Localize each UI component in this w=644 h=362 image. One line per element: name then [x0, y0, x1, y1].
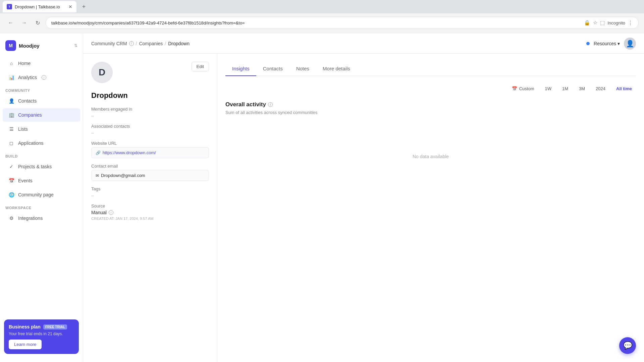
- breadcrumb: Community CRM i / Companies / Dropdown: [91, 41, 190, 46]
- sidebar-item-community-page[interactable]: 🌐 Community page: [3, 188, 80, 201]
- chat-button[interactable]: 💬: [619, 337, 636, 354]
- resources-label: Resources: [594, 41, 616, 46]
- resources-chevron-icon: ▾: [618, 41, 620, 46]
- tab-more-details[interactable]: More details: [316, 62, 357, 76]
- link-icon: 🔗: [96, 150, 101, 155]
- content-area: D Edit Dropdown Members engaged in – Ass…: [83, 54, 644, 362]
- breadcrumb-community-crm[interactable]: Community CRM: [91, 41, 127, 46]
- company-avatar: D: [91, 62, 113, 83]
- time-filter-all-time[interactable]: All time: [612, 84, 636, 93]
- eye-slash-icon: 🔒: [584, 20, 590, 26]
- browser-nav: ← → ↻ talkbase.io/w/moodjoy/crm/companie…: [0, 13, 644, 32]
- chat-icon: 💬: [623, 341, 632, 350]
- sidebar-item-companies-label: Companies: [18, 112, 42, 118]
- website-url: https://www.dropdown.com/: [103, 150, 156, 155]
- company-panel: D Edit Dropdown Members engaged in – Ass…: [83, 54, 217, 362]
- time-filter-1m[interactable]: 1M: [558, 84, 572, 93]
- projects-icon: ✓: [8, 163, 15, 170]
- avatar-image: 👤: [626, 40, 634, 48]
- sidebar-item-lists[interactable]: ☰ Lists: [3, 122, 80, 136]
- sidebar-item-lists-label: Lists: [18, 126, 28, 132]
- browser-titlebar: T Dropdown | Talkbase.io ✕ +: [0, 0, 644, 13]
- workspace-chevron-icon[interactable]: ⇅: [74, 43, 77, 48]
- insights-panel: Insights Contacts Notes More details 📅 C…: [217, 54, 644, 362]
- address-bar[interactable]: talkbase.io/w/moodjoy/crm/companies/a637…: [46, 17, 639, 29]
- email-value: Dropdown@gmail.com: [101, 173, 145, 178]
- associated-label: Associated contacts: [91, 124, 209, 129]
- sidebar-item-analytics-label: Analytics: [18, 75, 37, 80]
- sidebar-item-integrations[interactable]: ⚙ Integrations: [3, 212, 80, 225]
- address-bar-icons: 🔒 ☆ ⬚ Incognito ⋮: [584, 20, 633, 26]
- trial-banner: Business plan FREE TRIAL Your free trial…: [4, 319, 79, 354]
- breadcrumb-sep-1: /: [136, 41, 137, 46]
- new-tab-button[interactable]: +: [79, 2, 89, 11]
- breadcrumb-current: Dropdown: [168, 41, 190, 46]
- tab-notes[interactable]: Notes: [289, 62, 316, 76]
- sidebar-item-contacts-label: Contacts: [18, 98, 37, 104]
- trial-title: Business plan FREE TRIAL: [9, 324, 74, 329]
- email-box[interactable]: ✉ Dropdown@gmail.com: [91, 170, 209, 181]
- sidebar-item-home[interactable]: ⌂ Home: [3, 57, 80, 70]
- home-icon: ⌂: [8, 60, 15, 67]
- sidebar-item-projects[interactable]: ✓ Projects & tasks: [3, 160, 80, 173]
- more-icon[interactable]: ⋮: [628, 20, 633, 26]
- tabs: Insights Contacts Notes More details: [225, 62, 636, 76]
- associated-value: –: [91, 130, 209, 135]
- forward-button[interactable]: →: [19, 17, 30, 28]
- profile-icon[interactable]: Incognito: [607, 20, 625, 25]
- analytics-icon: 📊: [8, 74, 15, 81]
- email-label: Contact email: [91, 164, 209, 169]
- time-filters: 📅 Custom 1W 1M 3M 2024 All time: [225, 84, 636, 93]
- learn-more-button[interactable]: Learn more: [9, 340, 42, 349]
- user-avatar[interactable]: 👤: [624, 38, 636, 50]
- overall-activity-subtitle: Sum of all activities across synced comm…: [225, 110, 636, 115]
- created-at: CREATED AT: JAN 17, 2024, 9:57 AM: [91, 217, 209, 221]
- sidebar-logo: M Moodjoy ⇅: [0, 38, 83, 56]
- source-info-icon: i: [109, 210, 113, 215]
- split-icon[interactable]: ⬚: [600, 20, 605, 26]
- tags-value: –: [91, 193, 209, 198]
- resources-button[interactable]: Resources ▾: [594, 41, 620, 46]
- website-label: Website URL: [91, 141, 209, 146]
- time-filter-2024[interactable]: 2024: [592, 84, 609, 93]
- free-trial-badge: FREE TRIAL: [43, 324, 67, 329]
- analytics-info-icon: i: [42, 75, 46, 80]
- sidebar-item-applications[interactable]: ◻ Applications: [3, 136, 80, 150]
- time-filter-custom[interactable]: 📅 Custom: [508, 84, 538, 93]
- overall-activity-label: Overall activity: [225, 101, 266, 108]
- overall-activity-info-icon: i: [268, 102, 273, 107]
- members-label: Members engaged in: [91, 107, 209, 112]
- website-url-box[interactable]: 🔗 https://www.dropdown.com/: [91, 147, 209, 158]
- time-filter-3m[interactable]: 3M: [575, 84, 589, 93]
- events-icon: 📅: [8, 177, 15, 184]
- main: Community CRM i / Companies / Dropdown R…: [83, 34, 644, 362]
- back-button[interactable]: ←: [5, 17, 16, 28]
- overall-activity-title: Overall activity i: [225, 101, 636, 108]
- sidebar-item-contacts[interactable]: 👤 Contacts: [3, 94, 80, 108]
- tab-contacts[interactable]: Contacts: [256, 62, 289, 76]
- calendar-icon: 📅: [512, 86, 517, 91]
- time-filter-1w[interactable]: 1W: [541, 84, 555, 93]
- breadcrumb-companies[interactable]: Companies: [139, 41, 163, 46]
- applications-icon: ◻: [8, 140, 15, 146]
- companies-icon: 🏢: [8, 112, 15, 118]
- sidebar-item-companies[interactable]: 🏢 Companies: [3, 108, 80, 122]
- browser-tab[interactable]: T Dropdown | Talkbase.io ✕: [3, 1, 76, 12]
- edit-button[interactable]: Edit: [192, 62, 209, 71]
- email-icon: ✉: [96, 173, 99, 178]
- tab-insights[interactable]: Insights: [225, 62, 256, 76]
- sidebar-nav: ⌂ Home 📊 Analytics i COMMUNITY 👤 Contact…: [0, 56, 83, 315]
- tab-close-button[interactable]: ✕: [68, 4, 72, 9]
- community-crm-info-icon: i: [129, 41, 134, 46]
- sidebar-item-analytics[interactable]: 📊 Analytics i: [3, 71, 80, 84]
- sidebar-item-events[interactable]: 📅 Events: [3, 174, 80, 187]
- refresh-button[interactable]: ↻: [32, 17, 43, 28]
- overall-activity: Overall activity i Sum of all activities…: [225, 101, 636, 190]
- integrations-icon: ⚙: [8, 215, 15, 222]
- star-icon[interactable]: ☆: [593, 20, 597, 26]
- browser-chrome: T Dropdown | Talkbase.io ✕ + ← → ↻ talkb…: [0, 0, 644, 34]
- sidebar: M Moodjoy ⇅ ⌂ Home 📊 Analytics i COMMUNI…: [0, 34, 83, 362]
- custom-label: Custom: [519, 86, 534, 91]
- company-name: Dropdown: [91, 91, 209, 100]
- tab-title: Dropdown | Talkbase.io: [15, 4, 60, 9]
